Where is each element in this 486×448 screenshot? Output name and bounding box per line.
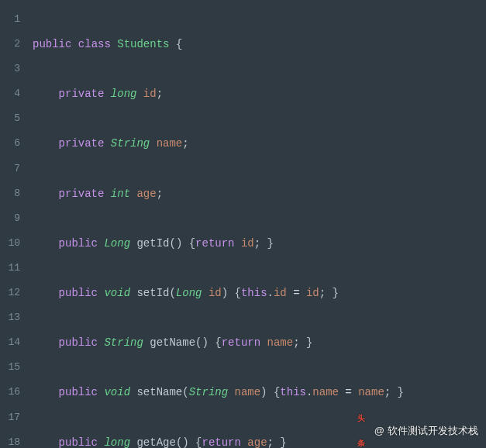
watermark-at: @: [374, 419, 384, 443]
code-line: public String getName() {return name; }: [33, 330, 486, 355]
code-editor: 1 2 3 4 5 6 7 8 9 10 11 12 13 14 15 16 1…: [0, 0, 486, 448]
line-number: 15: [0, 355, 20, 380]
line-number: 1: [0, 7, 20, 32]
line-number: 13: [0, 305, 20, 330]
code-line: public void setName(String name) {this.n…: [33, 380, 486, 405]
watermark-text: 软件测试开发技术栈: [388, 419, 478, 443]
code-line: private String name;: [33, 131, 486, 156]
line-number: 6: [0, 131, 20, 156]
watermark-logo-icon: 头条: [357, 424, 371, 438]
line-number-gutter: 1 2 3 4 5 6 7 8 9 10 11 12 13 14 15 16 1…: [0, 0, 25, 448]
watermark: 头条 @ 软件测试开发技术栈: [357, 419, 478, 443]
code-line: public Long getId() {return id; }: [33, 231, 486, 256]
line-number: 14: [0, 330, 20, 355]
line-number: 3: [0, 57, 20, 81]
line-number: 10: [0, 231, 20, 256]
code-line: private int age;: [33, 181, 486, 206]
code-line: public void setId(Long id) {this.id = id…: [33, 281, 486, 305]
line-number: 4: [0, 81, 20, 106]
code-area: public class Students { private long id;…: [25, 0, 486, 448]
code-line: public class Students {: [33, 32, 486, 57]
line-number: 7: [0, 157, 20, 181]
line-number: 8: [0, 181, 20, 206]
line-number: 5: [0, 106, 20, 131]
code-line: private long id;: [33, 81, 486, 106]
line-number: 11: [0, 256, 20, 281]
line-number: 16: [0, 380, 20, 405]
line-number: 17: [0, 405, 20, 430]
line-number: 18: [0, 430, 20, 448]
line-number: 12: [0, 281, 20, 305]
line-number: 2: [0, 32, 20, 57]
line-number: 9: [0, 206, 20, 231]
